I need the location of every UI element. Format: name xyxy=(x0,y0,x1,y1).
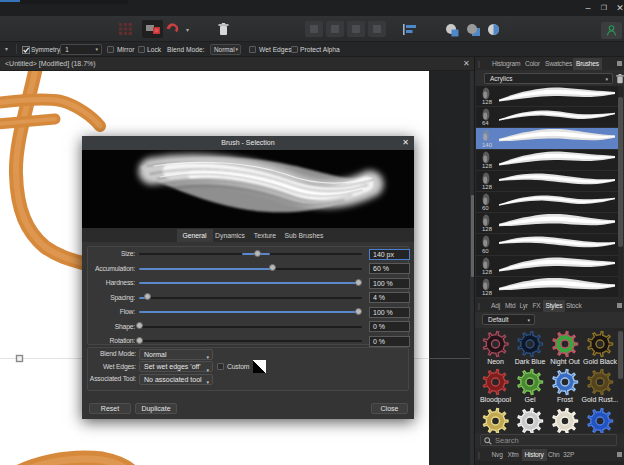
svg-text:▾: ▾ xyxy=(186,27,189,33)
